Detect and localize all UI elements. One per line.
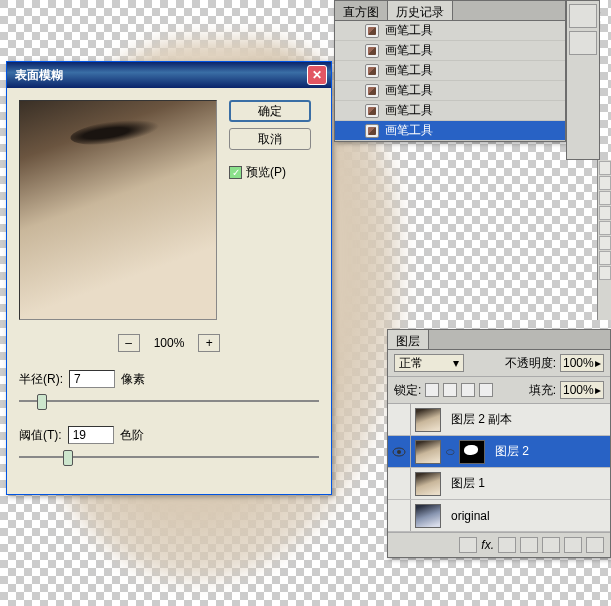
- plus-icon: +: [206, 336, 213, 350]
- layer-thumbnail[interactable]: [415, 408, 441, 432]
- history-item[interactable]: 画笔工具: [335, 21, 565, 41]
- radius-slider[interactable]: [19, 392, 319, 412]
- zoom-percent: 100%: [154, 336, 185, 350]
- slider-thumb-icon[interactable]: [37, 394, 47, 410]
- layer-name[interactable]: 图层 1: [445, 475, 485, 492]
- chevron-right-icon: ▸: [595, 356, 601, 370]
- lock-pixels-icon[interactable]: [443, 383, 457, 397]
- tool-cell[interactable]: [599, 221, 611, 235]
- layer-thumbnail[interactable]: [415, 504, 441, 528]
- slider-thumb-icon[interactable]: [63, 450, 73, 466]
- radius-unit: 像素: [121, 371, 145, 388]
- panel-dock-strip: [566, 0, 600, 160]
- brush-tool-icon: [365, 104, 379, 118]
- tab-history[interactable]: 历史记录: [388, 1, 453, 20]
- layer-row[interactable]: 图层 1: [388, 468, 610, 500]
- close-button[interactable]: ✕: [307, 65, 327, 85]
- threshold-label: 阈值(T):: [19, 427, 62, 444]
- chevron-right-icon: ▸: [595, 383, 601, 397]
- layer-mask-icon[interactable]: [498, 537, 516, 553]
- preview-checkbox[interactable]: ✓: [229, 166, 242, 179]
- preview-checkbox-label: 预览(P): [246, 164, 286, 181]
- cancel-button[interactable]: 取消: [229, 128, 311, 150]
- layer-row[interactable]: 图层 2 副本: [388, 404, 610, 436]
- tool-cell[interactable]: [599, 206, 611, 220]
- dialog-body: 确定 取消 ✓ 预览(P) – 100% + 半径(R): 像素 阈值(T): …: [7, 88, 331, 494]
- fx-label[interactable]: fx.: [481, 538, 494, 552]
- history-item-label: 画笔工具: [385, 82, 433, 99]
- brush-tool-icon: [365, 24, 379, 38]
- radius-label: 半径(R):: [19, 371, 63, 388]
- ok-button[interactable]: 确定: [229, 100, 311, 122]
- layer-mask-thumbnail[interactable]: [459, 440, 485, 464]
- history-item[interactable]: 画笔工具: [335, 61, 565, 81]
- tab-histogram[interactable]: 直方图: [335, 1, 388, 20]
- adjustment-layer-icon[interactable]: [520, 537, 538, 553]
- history-panel: 直方图 历史记录 画笔工具画笔工具画笔工具画笔工具画笔工具画笔工具: [334, 0, 566, 142]
- link-layers-icon[interactable]: [459, 537, 477, 553]
- lock-all-icon[interactable]: [479, 383, 493, 397]
- dialog-titlebar[interactable]: 表面模糊 ✕: [7, 62, 331, 88]
- eye-icon: [392, 447, 406, 457]
- history-item-label: 画笔工具: [385, 102, 433, 119]
- lock-position-icon[interactable]: [461, 383, 475, 397]
- history-item-label: 画笔工具: [385, 122, 433, 139]
- mask-link-icon[interactable]: ⬭: [445, 445, 455, 459]
- tool-cell[interactable]: [599, 251, 611, 265]
- history-item[interactable]: 画笔工具: [335, 101, 565, 121]
- dock-button[interactable]: [569, 4, 597, 28]
- fill-label: 填充:: [529, 382, 556, 399]
- layer-row[interactable]: original: [388, 500, 610, 532]
- layer-name[interactable]: original: [445, 509, 490, 523]
- tool-cell[interactable]: [599, 161, 611, 175]
- layer-row[interactable]: ⬭图层 2: [388, 436, 610, 468]
- layer-name[interactable]: 图层 2: [489, 443, 529, 460]
- group-icon[interactable]: [542, 537, 560, 553]
- svg-point-1: [397, 450, 401, 454]
- layers-panel: 图层 正常 ▾ 不透明度: 100%▸ 锁定: 填充: 100%▸ 图层 2 副…: [387, 329, 611, 558]
- opacity-label: 不透明度:: [505, 355, 556, 372]
- threshold-unit: 色阶: [120, 427, 144, 444]
- tab-layers[interactable]: 图层: [388, 330, 429, 349]
- fill-input[interactable]: 100%▸: [560, 381, 604, 399]
- history-item[interactable]: 画笔工具: [335, 121, 565, 141]
- zoom-out-button[interactable]: –: [118, 334, 140, 352]
- history-item[interactable]: 画笔工具: [335, 41, 565, 61]
- history-item-label: 画笔工具: [385, 42, 433, 59]
- trash-icon[interactable]: [586, 537, 604, 553]
- radius-input[interactable]: [69, 370, 115, 388]
- threshold-slider[interactable]: [19, 448, 319, 468]
- history-item-label: 画笔工具: [385, 62, 433, 79]
- lock-label: 锁定:: [394, 382, 421, 399]
- visibility-toggle[interactable]: [388, 447, 410, 457]
- fill-value: 100%: [563, 383, 594, 397]
- lock-transparency-icon[interactable]: [425, 383, 439, 397]
- history-list: 画笔工具画笔工具画笔工具画笔工具画笔工具画笔工具: [335, 21, 565, 141]
- preview-image-content: [69, 115, 161, 149]
- tool-cell[interactable]: [599, 266, 611, 280]
- brush-tool-icon: [365, 64, 379, 78]
- zoom-in-button[interactable]: +: [198, 334, 220, 352]
- tool-cell[interactable]: [599, 236, 611, 250]
- surface-blur-dialog: 表面模糊 ✕ 确定 取消 ✓ 预览(P) – 100% + 半径(R):: [6, 61, 332, 495]
- history-item-label: 画笔工具: [385, 22, 433, 39]
- layer-thumbnail[interactable]: [415, 440, 441, 464]
- layer-thumbnail[interactable]: [415, 472, 441, 496]
- blend-mode-select[interactable]: 正常 ▾: [394, 354, 464, 372]
- brush-tool-icon: [365, 44, 379, 58]
- history-item[interactable]: 画笔工具: [335, 81, 565, 101]
- chevron-down-icon: ▾: [453, 356, 459, 370]
- new-layer-icon[interactable]: [564, 537, 582, 553]
- layer-list: 图层 2 副本⬭图层 2图层 1original: [388, 404, 610, 532]
- dialog-title: 表面模糊: [11, 67, 307, 84]
- close-icon: ✕: [308, 68, 326, 82]
- tool-cell[interactable]: [599, 176, 611, 190]
- dock-button[interactable]: [569, 31, 597, 55]
- brush-tool-icon: [365, 124, 379, 138]
- threshold-input[interactable]: [68, 426, 114, 444]
- blend-mode-value: 正常: [399, 355, 423, 372]
- filter-preview[interactable]: [19, 100, 217, 320]
- layer-name[interactable]: 图层 2 副本: [445, 411, 512, 428]
- opacity-input[interactable]: 100%▸: [560, 354, 604, 372]
- tool-cell[interactable]: [599, 191, 611, 205]
